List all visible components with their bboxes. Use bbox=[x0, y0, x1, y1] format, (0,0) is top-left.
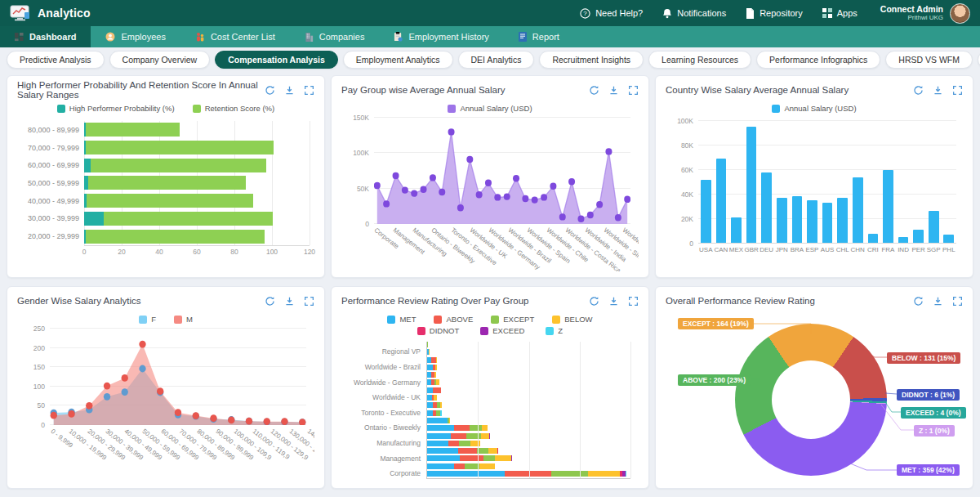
bar-segment[interactable] bbox=[440, 402, 442, 408]
legend-item[interactable]: DIDNOT bbox=[417, 326, 459, 335]
download-icon[interactable] bbox=[933, 85, 943, 96]
bar-segment[interactable] bbox=[588, 471, 620, 477]
user-menu[interactable]: Connect Admin Prithwi UKG bbox=[880, 3, 970, 24]
refresh-icon[interactable] bbox=[265, 296, 275, 307]
bar-segment[interactable] bbox=[440, 410, 442, 416]
bar[interactable] bbox=[837, 198, 848, 243]
bar[interactable] bbox=[777, 198, 787, 243]
nav-tab-companies[interactable]: Companies bbox=[290, 26, 380, 47]
bar-segment[interactable] bbox=[459, 441, 470, 446]
legend-item[interactable]: EXCEPT bbox=[491, 315, 534, 324]
legend-item[interactable]: F bbox=[139, 315, 156, 324]
expand-icon[interactable] bbox=[628, 85, 639, 96]
bar-segment[interactable] bbox=[481, 433, 489, 439]
bar-segment[interactable] bbox=[86, 141, 274, 154]
pill-learning-resources[interactable]: Learning Resources bbox=[648, 51, 751, 69]
bar-segment[interactable] bbox=[427, 471, 505, 477]
repository-button[interactable]: Repository bbox=[746, 8, 803, 19]
avatar[interactable] bbox=[950, 3, 970, 24]
legend-item[interactable]: M bbox=[174, 315, 193, 324]
bar-segment[interactable] bbox=[434, 372, 436, 378]
bar-segment[interactable] bbox=[465, 463, 479, 469]
bar-segment[interactable] bbox=[488, 448, 497, 454]
bar-segment[interactable] bbox=[427, 410, 433, 416]
download-icon[interactable] bbox=[933, 296, 943, 307]
download-icon[interactable] bbox=[284, 296, 295, 307]
bar-segment[interactable] bbox=[86, 230, 265, 244]
legend-item[interactable]: Annual Salary (USD) bbox=[448, 104, 532, 113]
pill-hrsd-vs-wfm[interactable]: HRSD VS WFM bbox=[885, 51, 973, 69]
bar[interactable] bbox=[943, 235, 954, 243]
bar[interactable] bbox=[731, 217, 742, 243]
expand-icon[interactable] bbox=[952, 85, 963, 96]
expand-icon[interactable] bbox=[628, 296, 639, 307]
refresh-icon[interactable] bbox=[589, 85, 599, 96]
download-icon[interactable] bbox=[284, 85, 295, 96]
bar-segment[interactable] bbox=[88, 176, 246, 190]
bar-segment[interactable] bbox=[434, 395, 437, 401]
bar-segment[interactable] bbox=[551, 471, 588, 477]
bar[interactable] bbox=[761, 172, 772, 243]
pill-employment-analytics[interactable]: Employment Analytics bbox=[343, 51, 453, 69]
donut-label-z[interactable]: Z : 1 (0%) bbox=[914, 425, 955, 437]
pill-predictive-analysis[interactable]: Predictive Analysis bbox=[7, 51, 105, 69]
bar-segment[interactable] bbox=[497, 448, 498, 454]
refresh-icon[interactable] bbox=[265, 85, 275, 96]
bar-segment[interactable] bbox=[454, 463, 465, 469]
download-icon[interactable] bbox=[608, 296, 619, 307]
bar-segment[interactable] bbox=[436, 357, 437, 363]
legend-item[interactable]: Annual Salary (USD) bbox=[772, 104, 856, 113]
bar-segment[interactable] bbox=[427, 448, 458, 454]
bar[interactable] bbox=[701, 180, 711, 243]
refresh-icon[interactable] bbox=[913, 296, 924, 307]
bar-segment[interactable] bbox=[483, 455, 495, 461]
bar[interactable] bbox=[929, 211, 939, 243]
bar[interactable] bbox=[898, 237, 909, 243]
nav-tab-employment-history[interactable]: Employment History bbox=[379, 26, 503, 47]
bar-segment[interactable] bbox=[505, 471, 552, 477]
donut-label-below[interactable]: BELOW : 131 (15%) bbox=[887, 352, 960, 364]
bar-segment[interactable] bbox=[427, 441, 448, 446]
bar-segment[interactable] bbox=[479, 463, 495, 469]
bar[interactable] bbox=[746, 127, 757, 243]
bar-segment[interactable] bbox=[433, 387, 441, 393]
bar[interactable] bbox=[883, 170, 893, 243]
donut-label-exceed[interactable]: EXCEED : 4 (0%) bbox=[901, 407, 966, 419]
pill-recruitment-insights[interactable]: Recruitment Insights bbox=[539, 51, 644, 69]
bar-segment[interactable] bbox=[460, 455, 483, 461]
bar[interactable] bbox=[868, 234, 879, 243]
nav-tab-cost-center-list[interactable]: Cost Center List bbox=[180, 26, 290, 47]
donut-label-didnot[interactable]: DIDNOT : 6 (1%) bbox=[897, 389, 960, 401]
pill-compensation-analysis[interactable]: Compensation Analysis bbox=[215, 51, 338, 69]
bar-segment[interactable] bbox=[84, 212, 104, 226]
bar-segment[interactable] bbox=[91, 159, 266, 172]
donut-label-except[interactable]: EXCEPT : 164 (19%) bbox=[678, 318, 754, 329]
notifications-button[interactable]: Notifications bbox=[662, 8, 726, 19]
need-help-button[interactable]: ? Need Help? bbox=[580, 8, 643, 19]
bar-segment[interactable] bbox=[87, 194, 254, 208]
bar-segment[interactable] bbox=[626, 471, 626, 477]
bar[interactable] bbox=[853, 177, 863, 243]
bar-segment[interactable] bbox=[429, 349, 430, 355]
bar-segment[interactable] bbox=[449, 418, 450, 423]
refresh-icon[interactable] bbox=[913, 85, 924, 96]
bar[interactable] bbox=[913, 230, 924, 243]
legend-item[interactable]: Z bbox=[546, 326, 563, 335]
bar-segment[interactable] bbox=[489, 433, 490, 439]
apps-button[interactable]: Apps bbox=[822, 8, 858, 18]
legend-item[interactable]: ABOVE bbox=[434, 315, 473, 324]
legend-item[interactable]: MET bbox=[387, 315, 416, 324]
bar-segment[interactable] bbox=[482, 425, 488, 431]
bar-segment[interactable] bbox=[427, 463, 454, 469]
expand-icon[interactable] bbox=[952, 296, 963, 307]
legend-item[interactable]: EXCEED bbox=[480, 326, 524, 335]
bar-segment[interactable] bbox=[435, 365, 437, 370]
nav-tab-report[interactable]: Report bbox=[504, 26, 574, 47]
bar-segment[interactable] bbox=[451, 433, 466, 439]
bar-segment[interactable] bbox=[104, 212, 273, 226]
legend-item[interactable]: BELOW bbox=[552, 315, 592, 324]
donut-label-met[interactable]: MET : 359 (42%) bbox=[897, 464, 960, 476]
bar-segment[interactable] bbox=[427, 425, 454, 431]
nav-tab-employees[interactable]: Employees bbox=[91, 26, 180, 47]
bar-segment[interactable] bbox=[427, 418, 448, 423]
